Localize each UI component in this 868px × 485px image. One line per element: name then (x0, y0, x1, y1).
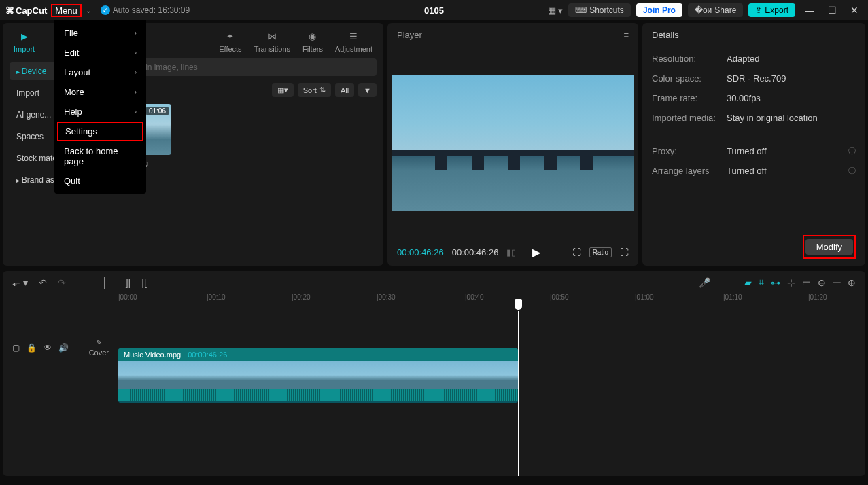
chevron-right-icon: › (135, 69, 137, 76)
cover-button[interactable]: ✎ Cover (89, 338, 109, 357)
timeline-tracks[interactable]: Music Video.mpg 00:00:46:26 (118, 311, 865, 476)
close-button[interactable]: ✕ (846, 5, 863, 16)
zoom-slider[interactable] (833, 282, 841, 283)
menu-help[interactable]: Help› (54, 102, 146, 122)
playhead[interactable] (518, 311, 519, 476)
menu-back-home[interactable]: Back to home page (54, 141, 146, 171)
proxy-value: Turned off (727, 146, 848, 156)
play-button[interactable]: ▶ (532, 246, 540, 259)
ruler-tick: |00:30 (377, 293, 396, 301)
colorspace-label: Color space: (652, 73, 727, 84)
framerate-value: 30.00fps (727, 93, 856, 103)
menu-chevron-icon[interactable]: ⌄ (86, 7, 91, 14)
filter-all-button[interactable]: All (335, 83, 354, 97)
minimize-button[interactable]: — (801, 5, 818, 16)
arrange-value: Turned off (727, 166, 848, 176)
player-panel: Player ≡ 00:00:46:26 00:00:46:26 ▮▯ ▶ ⛶ … (387, 23, 638, 266)
clip-duration: 00:00:46:26 (188, 351, 227, 359)
mic-icon[interactable]: 🎤 (699, 277, 710, 288)
preview-tool[interactable]: ▭ (802, 277, 811, 288)
mute-icon[interactable]: 🔊 (58, 343, 69, 353)
app-logo: ⌘ CapCut (5, 5, 47, 16)
menu-more[interactable]: More› (54, 82, 146, 102)
transitions-icon: ⋈ (264, 29, 279, 43)
split-tool[interactable]: ┤├ (101, 277, 115, 288)
snap-tool[interactable]: ▰ (744, 277, 752, 288)
player-menu-icon[interactable]: ≡ (623, 30, 629, 40)
eye-icon[interactable]: 👁 (44, 343, 52, 353)
video-preview[interactable] (392, 75, 634, 211)
project-title: 0105 (424, 5, 444, 16)
magnet-tool[interactable]: ⌗ (759, 276, 764, 288)
menu-edit[interactable]: Edit› (54, 43, 146, 62)
check-icon: ✓ (101, 5, 110, 15)
crop-icon[interactable]: ⛶ (572, 247, 581, 257)
ratio-button[interactable]: Ratio (589, 247, 612, 257)
redo-button[interactable]: ↷ (58, 277, 66, 288)
track-toggle-icon[interactable]: ▢ (12, 343, 20, 353)
clip-name: Music Video.mpg (124, 351, 181, 359)
shortcuts-button[interactable]: ⌨ Shortcuts (568, 3, 631, 17)
tab-import[interactable]: ▶ Import (14, 29, 35, 53)
proxy-label: Proxy: (652, 146, 727, 156)
menu-settings[interactable]: Settings (57, 122, 143, 141)
timecode-total: 00:00:46:26 (452, 247, 499, 257)
ruler-tick: |01:10 (723, 293, 742, 301)
menu-dropdown: File› Edit› Layout› More› Help› Settings… (54, 20, 146, 194)
timeline-ruler[interactable]: |00:00 |00:10 |00:20 |00:30 |00:40 |00:5… (3, 293, 865, 311)
info-icon[interactable]: ⓘ (848, 166, 856, 176)
adjustment-icon: ☰ (346, 29, 361, 43)
effects-icon: ✦ (223, 29, 238, 43)
filter-button[interactable]: ▼ (358, 83, 377, 97)
modify-button[interactable]: Modify (805, 239, 853, 255)
keyboard-icon: ⌨ (575, 5, 587, 15)
view-grid-button[interactable]: ▦▾ (272, 83, 294, 97)
maximize-button[interactable]: ☐ (824, 5, 841, 16)
tab-filters[interactable]: ◉ Filters (302, 29, 323, 53)
imported-value: Stay in original location (727, 113, 856, 123)
trim-left-tool[interactable]: ]| (126, 277, 131, 288)
clip-audio-waveform (118, 389, 518, 401)
tab-adjustment[interactable]: ☰ Adjustment (335, 29, 372, 53)
menu-quit[interactable]: Quit (54, 171, 146, 191)
zoom-in-button[interactable]: ⊕ (848, 277, 856, 288)
info-icon[interactable]: ⓘ (848, 146, 856, 156)
grid-icon: ▦▾ (277, 86, 288, 94)
compare-icon[interactable]: ▮▯ (506, 247, 516, 257)
timeline-clip[interactable]: Music Video.mpg 00:00:46:26 (118, 348, 518, 403)
filter-icon: ▼ (364, 86, 371, 94)
pointer-tool[interactable]: ⬐ ▾ (12, 277, 28, 288)
tab-effects[interactable]: ✦ Effects (219, 29, 241, 53)
details-panel: Details Resolution:Adapted Color space:S… (642, 23, 865, 266)
ruler-tick: |00:10 (207, 293, 226, 301)
trim-right-tool[interactable]: |[ (141, 277, 147, 288)
colorspace-value: SDR - Rec.709 (727, 73, 856, 84)
link-tool[interactable]: ⊶ (771, 277, 780, 288)
resolution-value: Adapted (727, 54, 856, 64)
ruler-tick: |01:20 (808, 293, 827, 301)
export-icon: ⇪ (755, 5, 762, 15)
layout-icon[interactable]: ▦ ▾ (548, 5, 563, 16)
ruler-tick: |01:00 (635, 293, 654, 301)
menu-file[interactable]: File› (54, 23, 146, 43)
menu-layout[interactable]: Layout› (54, 62, 146, 82)
share-button[interactable]: �ои Share (688, 3, 743, 17)
undo-button[interactable]: ↶ (39, 277, 47, 288)
zoom-out-button[interactable]: ⊖ (818, 277, 826, 288)
menu-button[interactable]: Menu (51, 4, 82, 17)
export-button[interactable]: ⇪ Export (748, 3, 795, 17)
fullscreen-icon[interactable]: ⛶ (620, 247, 629, 257)
chevron-right-icon: › (135, 88, 137, 96)
autosave-status: ✓ Auto saved: 16:30:09 (101, 5, 190, 15)
lock-icon[interactable]: 🔒 (27, 343, 37, 353)
chevron-right-icon: › (135, 29, 137, 37)
pencil-icon: ✎ (96, 338, 102, 347)
fit-tool[interactable]: ⊹ (787, 277, 795, 288)
ruler-tick: |00:20 (292, 293, 311, 301)
resolution-label: Resolution: (652, 54, 727, 64)
join-pro-button[interactable]: Join Pro (636, 3, 682, 17)
modify-button-highlight: Modify (803, 235, 856, 259)
tab-transitions[interactable]: ⋈ Transitions (254, 29, 290, 53)
ruler-tick: |00:00 (118, 293, 137, 301)
sort-button[interactable]: Sort ⇅ (298, 83, 331, 97)
